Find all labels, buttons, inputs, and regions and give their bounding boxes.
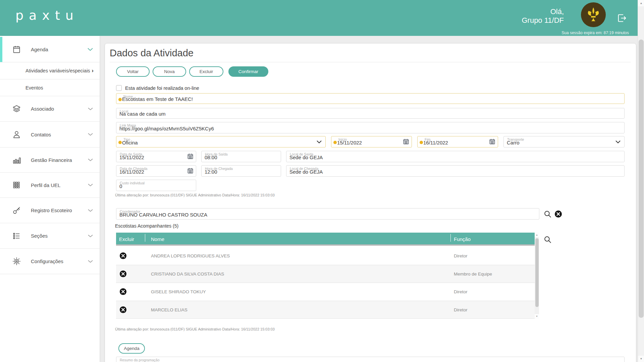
sidebar-item-label: Eventos (25, 85, 43, 90)
inicio-value: 15/11/2022 (337, 140, 403, 145)
sidebar-item-associado[interactable]: Associado (0, 96, 100, 122)
chevron-right-icon: › (92, 67, 94, 74)
x-circle-icon (119, 288, 127, 295)
row-funcao: Diretor (454, 307, 468, 312)
online-checkbox-label: Esta atividade foi realizada on-line (125, 85, 199, 91)
calendar-picker-icon[interactable] (187, 168, 194, 174)
person-icon (12, 130, 21, 139)
search-icon (543, 235, 552, 244)
fim-date-field[interactable]: Fim 16/11/2022 (417, 136, 498, 147)
sidebar-item-label: Atividades variáveis/especiais (25, 68, 90, 73)
confirmar-button[interactable]: Confirmar (228, 66, 268, 77)
group-emblem-avatar[interactable] (581, 2, 606, 27)
nova-button[interactable]: Nova (153, 66, 186, 77)
calendar-picker-icon[interactable] (403, 138, 409, 145)
custo-value: 0 (119, 183, 187, 189)
active-indicator (0, 37, 2, 62)
scroll-down-button[interactable]: ▼ (638, 356, 644, 362)
local-saida-value: Sede do GEJA (289, 155, 615, 160)
data-saida-field[interactable]: Data de Saída 15/11/2022 (116, 151, 196, 162)
table-row[interactable]: MARCELO ELIAS Diretor (116, 301, 535, 319)
sidebar-item-agenda[interactable]: Agenda (0, 37, 100, 62)
delete-row-button[interactable] (119, 288, 127, 295)
last-change-text: Última alteração por: brunosouza (011/DF… (115, 193, 275, 197)
resumo-label: Resumo da programação (120, 358, 159, 362)
row-nome: GISELE SHIRADO TOKUY (151, 289, 206, 294)
calendar-picker-icon[interactable] (187, 153, 194, 160)
escotistas-search-button[interactable] (543, 235, 552, 244)
nome-field[interactable]: Nome Escotistas em Teste de TAAEC! (116, 93, 625, 104)
fim-value: 16/11/2022 (423, 140, 489, 145)
table-scroll-up-button[interactable]: ▲ (535, 233, 539, 237)
column-divider (450, 234, 451, 242)
data-chegada-field[interactable]: Data de Chegada 16/11/2022 (116, 165, 196, 177)
delete-row-button[interactable] (119, 306, 127, 313)
hora-saida-value: 08:00 (205, 155, 272, 160)
greeting-line2: Grupo 11/DF (522, 16, 564, 25)
page-scrollbar[interactable]: ▲ ▼ (638, 0, 644, 362)
coordenador-field[interactable]: Coordenador BRUNO CARVALHO CASTRO SOUZA (116, 208, 539, 220)
table-row[interactable]: GISELE SHIRADO TOKUY Diretor (116, 283, 535, 301)
chevron-down-icon (88, 48, 93, 51)
agenda-button[interactable]: Agenda (118, 343, 145, 354)
column-header-excluir[interactable]: Excluir (119, 233, 134, 246)
resumo-programacao-field[interactable]: Resumo da programação A atividade teve o… (116, 357, 625, 362)
transporte-value: Carro (507, 140, 615, 145)
sidebar-item-label: Associado (31, 106, 54, 112)
search-icon (543, 210, 552, 218)
excluir-button[interactable]: Excluir (189, 66, 223, 77)
sidebar-item-secoes[interactable]: Seções (0, 223, 100, 249)
list-icon (12, 232, 21, 240)
sidebar-item-label: Contatos (31, 132, 51, 137)
escotistas-section-title: Escotistas Acompanhantes (5) (115, 223, 178, 229)
hora-chegada-field[interactable]: Hora de Chegada 12:00 (201, 165, 281, 177)
table-scroll-down-button[interactable]: ▼ (535, 314, 539, 319)
sidebar-item-configuracoes[interactable]: Configurações (0, 249, 100, 274)
calendar-picker-icon[interactable] (489, 138, 495, 145)
delete-row-button[interactable] (119, 252, 127, 259)
chevron-down-icon (88, 235, 93, 237)
x-circle-icon (119, 252, 127, 259)
custo-individual-field[interactable]: Custo individual 0 (116, 180, 196, 191)
table-row[interactable]: CRISTIANO DA SILVA COSTA DIAS Membro de … (116, 265, 535, 283)
sidebar-item-gestao-financeira[interactable]: Gestão Financeira (0, 147, 100, 173)
table-row[interactable]: ANDREA LOPES RODRIGUES ALVES Diretor (116, 247, 535, 265)
scroll-up-button[interactable]: ▲ (638, 0, 644, 6)
row-nome: ANDREA LOPES RODRIGUES ALVES (151, 253, 230, 258)
gear-icon (12, 257, 21, 266)
voltar-button[interactable]: Voltar (116, 66, 150, 77)
sidebar-item-eventos[interactable]: Eventos (0, 79, 100, 96)
session-expiry-notice: Sua sessão expira em: 87:19 minutos (561, 31, 629, 35)
paxtu-app: paxtu Olá, Grupo 11/DF Sua sessão expira… (0, 0, 644, 362)
hora-saida-field[interactable]: Hora de Saída 08:00 (201, 151, 281, 162)
column-header-funcao[interactable]: Função (454, 233, 471, 246)
data-saida-value: 15/11/2022 (119, 155, 187, 160)
tipo-select[interactable]: Tipo Oficina (116, 136, 326, 147)
transporte-select[interactable]: Transporte Carro (503, 136, 625, 147)
local-chegada-field[interactable]: Local de Chegada Sede do GEJA (286, 165, 625, 177)
app-header: paxtu Olá, Grupo 11/DF Sua sessão expira… (0, 0, 638, 36)
hora-chegada-value: 12:00 (205, 169, 272, 175)
x-circle-icon (554, 210, 562, 218)
logout-button[interactable] (617, 13, 627, 23)
local-saida-field[interactable]: Local de Saída Sede do GEJA (286, 151, 625, 162)
coordenador-search-button[interactable] (543, 210, 552, 218)
local-field[interactable]: Local Na casa de cada um (116, 108, 625, 119)
sidebar-item-label: Seções (31, 233, 48, 239)
activity-data-card: Dados da Atividade Voltar Nova Excluir C… (105, 44, 636, 362)
column-divider (145, 234, 145, 242)
table-scrollbar-thumb[interactable] (535, 238, 539, 307)
sidebar-item-registro-escoteiro[interactable]: Registro Escoteiro (0, 198, 100, 223)
coordenador-clear-button[interactable] (554, 210, 562, 218)
link-mapa-field[interactable]: Link Mapa https://goo.gl/maps/ozMvmS5uiV… (116, 122, 625, 133)
table-header: Excluir Nome Função (116, 233, 539, 246)
sidebar-item-perfil-da-uel[interactable]: Perfil da UEL (0, 173, 100, 198)
delete-row-button[interactable] (119, 270, 127, 278)
online-checkbox[interactable] (116, 85, 122, 91)
table-scrollbar[interactable]: ▲ ▼ (535, 233, 539, 319)
sidebar-item-atividades-variaveis[interactable]: Atividades variáveis/especiais › (0, 62, 100, 79)
inicio-date-field[interactable]: Início 15/11/2022 (331, 136, 412, 147)
column-header-nome[interactable]: Nome (151, 233, 164, 246)
page-scrollbar-thumb[interactable] (639, 40, 644, 318)
sidebar-item-contatos[interactable]: Contatos (0, 122, 100, 147)
